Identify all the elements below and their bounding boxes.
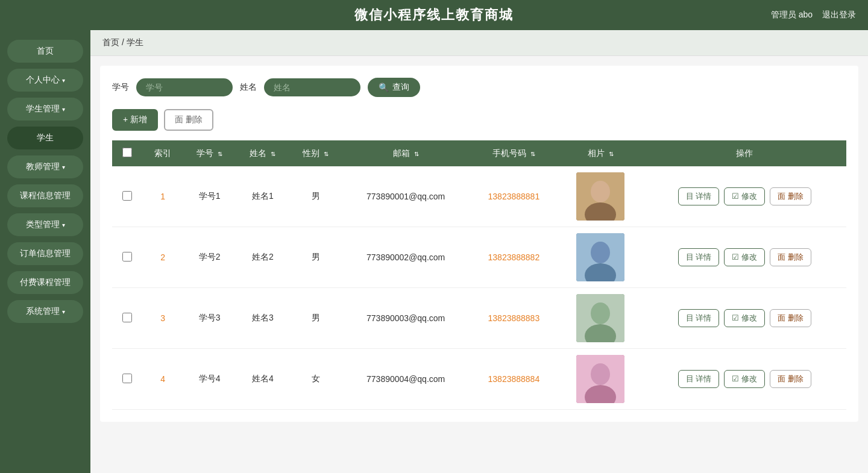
row-name: 姓名2 [236, 227, 289, 288]
breadcrumb-separator: / [122, 37, 124, 47]
logout-button[interactable]: 退出登录 [822, 10, 856, 20]
row-email: 773890003@qq.com [342, 288, 469, 349]
th-email[interactable]: 邮箱 ⇅ [342, 140, 469, 166]
table-header-row: 索引 学号 ⇅ 姓名 ⇅ 性别 ⇅ 邮箱 ⇅ 手机号码 ⇅ 相片 ⇅ 操作 [112, 140, 846, 166]
row-actions-cell: 目 详情 ☑ 修改 面 删除 [643, 227, 846, 288]
detail-button[interactable]: 目 详情 [678, 370, 720, 388]
main-content: 首页 / 学生 学号 姓名 🔍 查询 + 新增 面 删除 [90, 30, 868, 473]
row-phone: 13823888881 [469, 166, 558, 227]
row-delete-button[interactable]: 面 删除 [770, 248, 811, 266]
sidebar-label-system-mgmt: 系统管理 [26, 306, 60, 317]
th-student-id[interactable]: 学号 ⇅ [183, 140, 236, 166]
row-photo [558, 349, 643, 410]
row-student-id: 学号3 [183, 288, 236, 349]
th-gender[interactable]: 性别 ⇅ [289, 140, 342, 166]
row-checkbox-cell [112, 288, 142, 349]
th-phone[interactable]: 手机号码 ⇅ [469, 140, 558, 166]
row-email: 773890004@qq.com [342, 349, 469, 410]
edit-button[interactable]: ☑ 修改 [724, 309, 765, 327]
th-name[interactable]: 姓名 ⇅ [236, 140, 289, 166]
table-row: 1 学号1 姓名1 男 773890001@qq.com 13823888881… [112, 166, 846, 227]
row-phone: 13823888882 [469, 227, 558, 288]
select-all-checkbox[interactable] [122, 148, 132, 157]
search-icon: 🔍 [379, 83, 389, 92]
row-checkbox[interactable] [122, 374, 132, 383]
detail-button[interactable]: 目 详情 [678, 187, 720, 205]
row-checkbox-cell [112, 349, 142, 410]
sidebar-item-paid-course[interactable]: 付费课程管理 [7, 271, 83, 294]
row-checkbox[interactable] [122, 191, 132, 201]
row-delete-button[interactable]: 面 删除 [770, 309, 811, 327]
batch-delete-button[interactable]: 面 删除 [164, 109, 213, 131]
th-actions: 操作 [643, 140, 846, 166]
sidebar-label-student-mgmt: 学生管理 [26, 104, 60, 114]
app-title: 微信小程序线上教育商城 [354, 6, 514, 24]
row-name: 姓名4 [236, 349, 289, 410]
th-photo[interactable]: 相片 ⇅ [558, 140, 643, 166]
sidebar-item-order-mgmt[interactable]: 订单信息管理 [7, 242, 83, 265]
detail-button[interactable]: 目 详情 [678, 248, 720, 266]
chevron-down-icon: ▾ [62, 222, 65, 228]
svg-point-7 [591, 302, 610, 324]
student-id-input[interactable] [136, 78, 233, 96]
chevron-down-icon: ▾ [62, 309, 65, 315]
row-student-id: 学号4 [183, 349, 236, 410]
sidebar: 首页 个人中心 ▾ 学生管理 ▾ 学生 教师管理 ▾ 课程信息管理 类型管理 ▾… [0, 30, 90, 473]
row-student-id: 学号2 [183, 227, 236, 288]
sidebar-item-type-mgmt[interactable]: 类型管理 ▾ [7, 213, 83, 236]
row-delete-button[interactable]: 面 删除 [770, 370, 811, 388]
search-button[interactable]: 🔍 查询 [368, 78, 420, 97]
edit-button[interactable]: ☑ 修改 [724, 187, 765, 205]
row-actions-cell: 目 详情 ☑ 修改 面 删除 [643, 349, 846, 410]
sidebar-label-type-mgmt: 类型管理 [26, 219, 60, 230]
add-button[interactable]: + 新增 [112, 109, 158, 131]
row-checkbox[interactable] [122, 252, 132, 262]
sort-icon: ⇅ [609, 151, 614, 157]
th-index: 索引 [142, 140, 183, 166]
sidebar-item-home[interactable]: 首页 [7, 40, 83, 63]
sort-icon: ⇅ [218, 151, 222, 157]
sidebar-label-order-mgmt: 订单信息管理 [20, 248, 71, 259]
detail-button[interactable]: 目 详情 [678, 309, 720, 327]
chevron-down-icon: ▾ [62, 106, 65, 113]
sidebar-item-system-mgmt[interactable]: 系统管理 ▾ [7, 300, 83, 323]
row-index[interactable]: 3 [142, 288, 183, 349]
row-phone: 13823888884 [469, 349, 558, 410]
action-bar: + 新增 面 删除 [112, 109, 846, 131]
sidebar-item-personal[interactable]: 个人中心 ▾ [7, 69, 83, 92]
row-photo [558, 227, 643, 288]
row-email: 773890002@qq.com [342, 227, 469, 288]
svg-point-4 [591, 242, 610, 263]
breadcrumb-home[interactable]: 首页 [102, 37, 119, 47]
row-checkbox[interactable] [122, 313, 132, 322]
content-area: 学号 姓名 🔍 查询 + 新增 面 删除 [100, 66, 858, 422]
row-checkbox-cell [112, 166, 142, 227]
row-checkbox-cell [112, 227, 142, 288]
row-email: 773890001@qq.com [342, 166, 469, 227]
row-student-id: 学号1 [183, 166, 236, 227]
edit-button[interactable]: ☑ 修改 [724, 370, 765, 388]
row-gender: 男 [289, 288, 342, 349]
sidebar-label-paid-course: 付费课程管理 [20, 277, 71, 288]
row-delete-button[interactable]: 面 删除 [770, 187, 811, 205]
row-name: 姓名3 [236, 288, 289, 349]
header-right: 管理员 abo 退出登录 [771, 10, 856, 20]
admin-label: 管理员 abo [771, 10, 813, 20]
sidebar-item-student-mgmt[interactable]: 学生管理 ▾ [7, 98, 83, 121]
sort-icon: ⇅ [271, 151, 275, 157]
row-index[interactable]: 1 [142, 166, 183, 227]
sidebar-item-course-info[interactable]: 课程信息管理 [7, 184, 83, 207]
row-index[interactable]: 2 [142, 227, 183, 288]
sort-icon: ⇅ [530, 151, 535, 157]
student-id-label: 学号 [112, 82, 129, 93]
row-gender: 女 [289, 349, 342, 410]
name-input[interactable] [264, 78, 360, 96]
sidebar-item-teacher-mgmt[interactable]: 教师管理 ▾ [7, 155, 83, 178]
chevron-down-icon: ▾ [62, 77, 65, 84]
row-photo [558, 288, 643, 349]
edit-button[interactable]: ☑ 修改 [724, 248, 765, 266]
row-index[interactable]: 4 [142, 349, 183, 410]
sidebar-item-student[interactable]: 学生 [7, 127, 83, 149]
row-name: 姓名1 [236, 166, 289, 227]
sidebar-label-course-info: 课程信息管理 [20, 190, 71, 201]
